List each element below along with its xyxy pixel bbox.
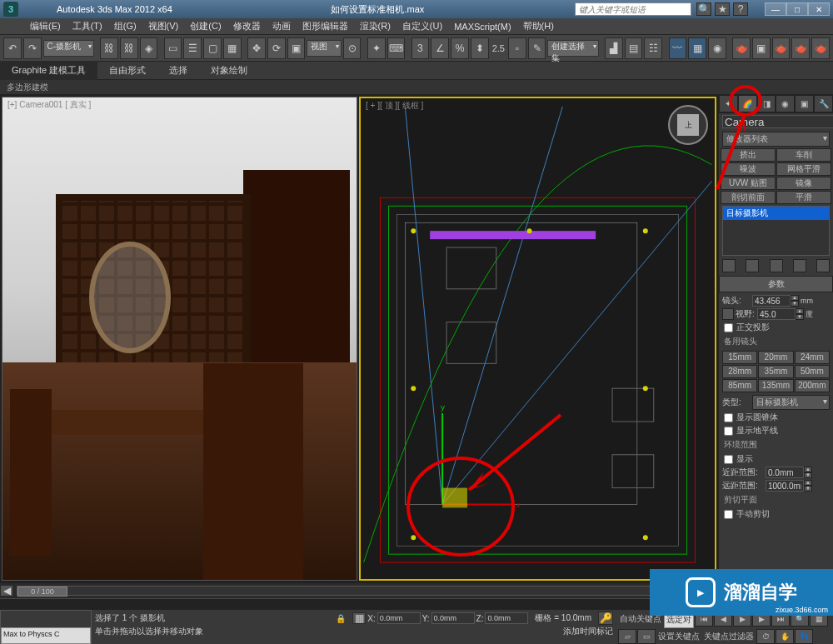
tab-create[interactable]: ✦	[719, 95, 738, 112]
show-horizon-checkbox[interactable]	[724, 427, 733, 436]
camera-type-dropdown[interactable]: 目标摄影机	[752, 395, 830, 410]
stack-item-camera[interactable]: 目标摄影机	[723, 207, 829, 220]
show-cone-checkbox[interactable]	[724, 413, 733, 422]
nav-fov-button[interactable]: ▱	[618, 629, 636, 644]
infocenter-icon[interactable]: 🔍	[696, 2, 711, 16]
ortho-checkbox[interactable]	[724, 323, 733, 332]
tab-modify[interactable]: 🌈	[738, 95, 757, 112]
setkey-button[interactable]: 设置关键点	[656, 629, 701, 644]
fov-direction-icon[interactable]	[722, 308, 734, 320]
scale-button[interactable]: ▣	[287, 37, 306, 59]
unique-icon[interactable]	[770, 259, 783, 272]
close-button[interactable]: ✕	[808, 2, 830, 16]
coord-mode-icon[interactable]: ▦	[352, 612, 366, 624]
manipulate-button[interactable]: ✦	[367, 37, 386, 59]
lens-20[interactable]: 20mm	[758, 351, 793, 364]
env-show-checkbox[interactable]	[724, 455, 733, 464]
tab-utilities[interactable]: 🔧	[814, 95, 833, 112]
viewport-label-left[interactable]: [+] Camera001 [ 真实 ]	[7, 99, 91, 111]
material-button[interactable]: ◉	[708, 37, 726, 59]
nav-pan-button[interactable]: ✋	[776, 629, 794, 644]
far-spinner[interactable]: ▲▼	[766, 480, 812, 492]
render-frame-button[interactable]: ▣	[752, 37, 771, 59]
mod-meshsmooth[interactable]: 网格平滑	[776, 162, 831, 176]
curve-editor-button[interactable]: 〰	[669, 37, 687, 59]
select-button[interactable]: ▭	[164, 37, 182, 59]
favorite-icon[interactable]: ★	[715, 2, 730, 16]
menu-rendering[interactable]: 渲染(R)	[355, 18, 396, 34]
viewport-camera[interactable]: [+] Camera001 [ 真实 ]	[2, 97, 357, 581]
configure-icon[interactable]	[816, 259, 830, 272]
object-name-input[interactable]	[722, 115, 833, 128]
ribbon-tab-freeform[interactable]: 自由形式	[97, 61, 157, 80]
render-iter-button[interactable]: 🫖	[811, 37, 830, 59]
ribbon-tab-graphite[interactable]: Graphite 建模工具	[0, 61, 97, 80]
render-setup-button[interactable]: 🫖	[732, 37, 751, 59]
lock-icon[interactable]: 🔒	[336, 614, 346, 623]
key-icon[interactable]: 🔑	[598, 612, 613, 625]
menu-customize[interactable]: 自定义(U)	[397, 18, 447, 34]
align-button[interactable]: ▤	[625, 37, 643, 59]
edit-named-button[interactable]: ✎	[528, 37, 546, 59]
lens-50[interactable]: 50mm	[795, 365, 830, 378]
script-button[interactable]: Max to Physcs C	[1, 627, 91, 644]
spinner-snap-button[interactable]: ⬍	[471, 37, 489, 59]
mod-extrude[interactable]: 挤出	[721, 148, 776, 162]
show-end-icon[interactable]	[746, 259, 759, 272]
lens-200[interactable]: 200mm	[795, 379, 830, 392]
menu-help[interactable]: 帮助(H)	[518, 18, 559, 34]
mod-noise[interactable]: 噪波	[721, 162, 776, 176]
remove-mod-icon[interactable]	[793, 259, 806, 272]
ribbon-tab-selection[interactable]: 选择	[157, 61, 199, 80]
menu-create[interactable]: 创建(C)	[185, 18, 226, 34]
menu-group[interactable]: 组(G)	[109, 18, 142, 34]
menu-grapheditors[interactable]: 图形编辑器	[297, 18, 353, 34]
rotate-button[interactable]: ⟳	[267, 37, 286, 59]
bind-button[interactable]: ◈	[140, 37, 158, 59]
keyfilter-button[interactable]: 关键点过滤器	[702, 629, 756, 644]
mod-mirror[interactable]: 镜像	[776, 177, 831, 190]
tab-display[interactable]: ▣	[795, 95, 814, 112]
lens-35[interactable]: 35mm	[758, 365, 793, 378]
tab-motion[interactable]: ◉	[776, 95, 795, 112]
pin-stack-icon[interactable]	[722, 259, 736, 272]
mod-uvwmap[interactable]: UVW 贴图	[721, 177, 776, 190]
select-region-button[interactable]: ▢	[203, 37, 222, 59]
time-config-button[interactable]: ⏱	[756, 629, 775, 644]
mod-slice[interactable]: 剖切前面	[721, 191, 776, 204]
ribbon-tab-paint[interactable]: 对象绘制	[199, 61, 259, 80]
refcoord-dropdown[interactable]: 视图	[307, 40, 341, 57]
near-spinner[interactable]: ▲▼	[766, 467, 812, 478]
move-button[interactable]: ✥	[247, 37, 266, 59]
lens-85[interactable]: 85mm	[722, 379, 757, 392]
window-crossing-button[interactable]: ▦	[223, 37, 242, 59]
time-handle[interactable]: 0 / 100	[17, 587, 67, 597]
menu-animation[interactable]: 动画	[267, 18, 296, 34]
undo-button[interactable]: ↶	[3, 37, 22, 59]
viewport-top[interactable]: [ + ][ 顶 ][ 线框 ] 上 y x	[359, 97, 716, 581]
lens-spinner[interactable]: ▲▼	[752, 295, 799, 307]
percent-snap-button[interactable]: %	[451, 37, 469, 59]
redo-button[interactable]: ↷	[23, 37, 42, 59]
angle-snap-button[interactable]: ∠	[431, 37, 449, 59]
menu-modifiers[interactable]: 修改器	[228, 18, 266, 34]
modifier-list-dropdown[interactable]: 修改器列表	[722, 132, 830, 147]
mod-lathe[interactable]: 车削	[776, 148, 831, 162]
z-input[interactable]	[485, 612, 528, 624]
menu-maxscript[interactable]: MAXScript(M)	[449, 20, 516, 33]
schematic-button[interactable]: ▦	[688, 37, 706, 59]
named-selection[interactable]: 创建选择集	[547, 40, 598, 57]
tab-hierarchy[interactable]: ◨	[757, 95, 776, 112]
fov-spinner[interactable]: ▲▼	[757, 308, 804, 320]
x-input[interactable]	[377, 612, 421, 624]
modifier-stack[interactable]: 目标摄影机	[722, 206, 830, 256]
select-name-button[interactable]: ☰	[183, 37, 202, 59]
view-selector[interactable]: C-摄影机	[43, 40, 94, 57]
help-search-input[interactable]	[575, 2, 691, 16]
rollout-parameters[interactable]: 参数	[719, 276, 833, 292]
lens-24[interactable]: 24mm	[795, 351, 830, 364]
addtime-label[interactable]: 添加时间标记	[563, 626, 613, 637]
app-logo[interactable]: 3	[3, 2, 18, 17]
timeslider-left-icon[interactable]: ◀	[0, 585, 13, 597]
render-prod-button[interactable]: 🫖	[791, 37, 810, 59]
